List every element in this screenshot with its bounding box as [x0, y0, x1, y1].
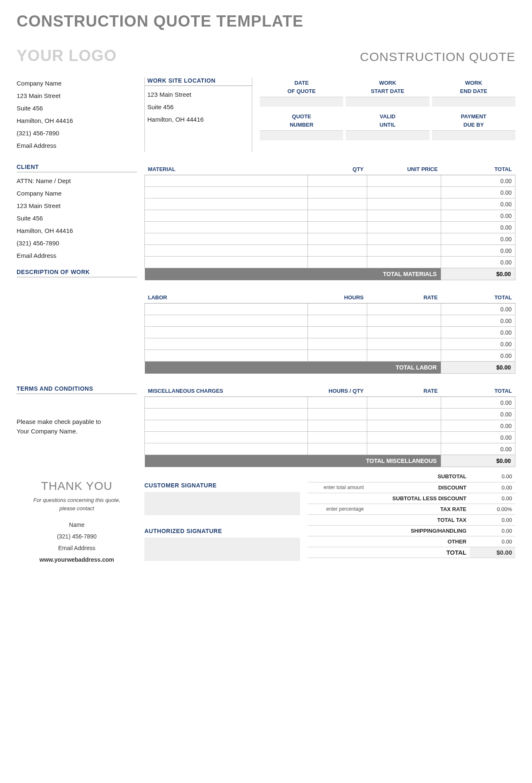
materials-cell-total: 0.00: [441, 222, 515, 233]
customer-sig-label: CUSTOMER SIGNATURE: [144, 482, 300, 490]
meta-date-value[interactable]: [260, 97, 343, 107]
summary-subtotal-label: SUBTOTAL: [367, 471, 470, 482]
client-email: Email Address: [17, 250, 137, 262]
misc-cell-hq[interactable]: [307, 443, 367, 455]
materials-hdr-qty: QTY: [307, 164, 367, 175]
materials-cell-qty[interactable]: [307, 198, 367, 210]
misc-row: 0.00: [145, 432, 515, 443]
misc-cell-desc[interactable]: [145, 397, 308, 409]
misc-cell-desc[interactable]: [145, 420, 308, 432]
materials-cell-unitprice[interactable]: [367, 175, 441, 187]
materials-hdr-unitprice: UNIT PRICE: [367, 164, 441, 175]
labor-cell-hours[interactable]: [307, 350, 367, 362]
misc-cell-rate[interactable]: [367, 443, 441, 455]
labor-cell-rate[interactable]: [367, 303, 441, 315]
misc-cell-hq[interactable]: [307, 420, 367, 432]
materials-cell-unitprice[interactable]: [367, 245, 441, 257]
labor-row: 0.00: [145, 327, 515, 338]
summary-taxrate-label: TAX RATE: [367, 504, 470, 514]
misc-row: 0.00: [145, 409, 515, 420]
summary-discount-value[interactable]: 0.00: [470, 482, 515, 493]
client-city: Hamilton, OH 44416: [17, 225, 137, 237]
summary-taxrate-hint: enter percentage: [307, 504, 367, 514]
client-suite: Suite 456: [17, 212, 137, 225]
summary-other-value[interactable]: 0.00: [470, 536, 515, 547]
misc-cell-hq[interactable]: [307, 409, 367, 420]
materials-cell-desc[interactable]: [145, 198, 308, 210]
materials-cell-desc[interactable]: [145, 210, 308, 222]
misc-cell-desc[interactable]: [145, 432, 308, 443]
materials-cell-qty[interactable]: [307, 210, 367, 222]
labor-cell-hours[interactable]: [307, 327, 367, 338]
summary-shipping-value[interactable]: 0.00: [470, 525, 515, 536]
materials-cell-unitprice[interactable]: [367, 187, 441, 198]
contact-phone: (321) 456-7890: [17, 531, 137, 542]
misc-cell-hq[interactable]: [307, 432, 367, 443]
materials-cell-qty[interactable]: [307, 222, 367, 233]
worksite-street: 123 Main Street: [145, 88, 252, 101]
misc-cell-desc[interactable]: [145, 409, 308, 420]
labor-cell-desc[interactable]: [145, 303, 308, 315]
misc-cell-hq[interactable]: [307, 397, 367, 409]
labor-cell-rate[interactable]: [367, 315, 441, 327]
summary-totaltax-label: TOTAL TAX: [367, 514, 470, 525]
authorized-sig-label: AUTHORIZED SIGNATURE: [144, 528, 300, 536]
materials-cell-unitprice[interactable]: [367, 222, 441, 233]
materials-row: 0.00: [145, 175, 515, 187]
materials-table: MATERIAL QTY UNIT PRICE TOTAL 0.00 0.00: [144, 164, 515, 280]
materials-cell-unitprice[interactable]: [367, 210, 441, 222]
materials-cell-desc[interactable]: [145, 187, 308, 198]
terms-header: TERMS AND CONDITIONS: [17, 385, 137, 394]
customer-sig-box[interactable]: [144, 492, 300, 515]
labor-row: 0.00: [145, 338, 515, 350]
labor-cell-desc[interactable]: [145, 327, 308, 338]
materials-body: 0.00 0.00 0.00 0.00: [145, 175, 515, 268]
materials-cell-qty[interactable]: [307, 233, 367, 245]
labor-row: 0.00: [145, 350, 515, 362]
labor-cell-rate[interactable]: [367, 327, 441, 338]
materials-cell-unitprice[interactable]: [367, 198, 441, 210]
materials-cell-unitprice[interactable]: [367, 257, 441, 268]
summary-taxrate-value[interactable]: 0.00%: [470, 504, 515, 514]
materials-cell-desc[interactable]: [145, 175, 308, 187]
labor-cell-hours[interactable]: [307, 303, 367, 315]
meta-quoteno-value[interactable]: [260, 130, 343, 140]
client-phone: (321) 456-7890: [17, 237, 137, 250]
meta-end-value[interactable]: [432, 97, 515, 107]
meta-payment-value[interactable]: [432, 130, 515, 140]
worksite-header: WORK SITE LOCATION: [145, 77, 252, 86]
materials-cell-unitprice[interactable]: [367, 233, 441, 245]
labor-cell-rate[interactable]: [367, 350, 441, 362]
labor-total-label: TOTAL LABOR: [145, 362, 441, 374]
materials-cell-desc[interactable]: [145, 245, 308, 257]
logo-placeholder: YOUR LOGO: [17, 47, 117, 65]
materials-cell-qty[interactable]: [307, 187, 367, 198]
labor-cell-hours[interactable]: [307, 315, 367, 327]
misc-cell-rate[interactable]: [367, 432, 441, 443]
materials-cell-qty[interactable]: [307, 245, 367, 257]
labor-cell-total: 0.00: [441, 338, 515, 350]
meta-valid-label: VALIDUNTIL: [346, 111, 429, 130]
labor-cell-desc[interactable]: [145, 350, 308, 362]
labor-cell-hours[interactable]: [307, 338, 367, 350]
labor-hdr-hours: HOURS: [307, 292, 367, 303]
authorized-sig-box[interactable]: [144, 538, 300, 561]
misc-cell-rate[interactable]: [367, 420, 441, 432]
materials-cell-desc[interactable]: [145, 257, 308, 268]
misc-cell-rate[interactable]: [367, 409, 441, 420]
company-block: Company Name 123 Main Street Suite 456 H…: [17, 77, 137, 152]
misc-cell-rate[interactable]: [367, 397, 441, 409]
misc-cell-desc[interactable]: [145, 443, 308, 455]
meta-start-value[interactable]: [346, 97, 429, 107]
materials-cell-desc[interactable]: [145, 222, 308, 233]
labor-cell-desc[interactable]: [145, 338, 308, 350]
materials-cell-qty[interactable]: [307, 175, 367, 187]
labor-cell-desc[interactable]: [145, 315, 308, 327]
misc-hdr-rate: RATE: [367, 385, 441, 397]
labor-table: LABOR HOURS RATE TOTAL 0.00 0.00: [144, 292, 515, 374]
materials-cell-qty[interactable]: [307, 257, 367, 268]
materials-cell-desc[interactable]: [145, 233, 308, 245]
contact-name: Name: [17, 519, 137, 531]
labor-cell-rate[interactable]: [367, 338, 441, 350]
meta-valid-value[interactable]: [346, 130, 429, 140]
